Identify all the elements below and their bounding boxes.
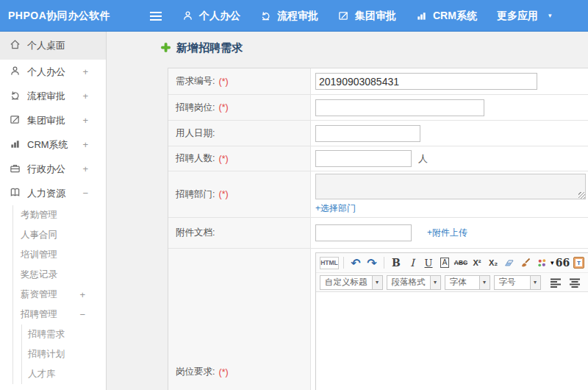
sidebar-item-hr-contracts[interactable]: 人事合同 [13, 225, 106, 245]
format-brush-icon[interactable] [518, 255, 533, 270]
sidebar-item-label: 个人桌面 [27, 39, 65, 52]
menu-toggle-icon[interactable] [150, 12, 162, 13]
sidebar-item-group-approval[interactable]: 集团审批 + [0, 108, 106, 132]
sidebar-item-training[interactable]: 培训管理 [13, 245, 106, 265]
html-source-button[interactable]: HTML [320, 257, 339, 269]
sidebar-item-recruitment[interactable]: 招聘管理 − [13, 305, 106, 325]
expand-plus-icon[interactable]: + [82, 91, 88, 102]
toolbar-separator [384, 257, 384, 269]
history-arrow-icon [10, 90, 21, 103]
chevron-down-icon[interactable]: ▾ [551, 260, 554, 266]
required-mark: (*) [218, 77, 228, 87]
paste-icon[interactable]: T [572, 255, 587, 270]
expand-plus-icon[interactable]: + [82, 115, 88, 126]
rich-text-editor: HTML ↶ ↷ B I U A ABC X² [315, 252, 588, 390]
top-nav: 个人办公 流程审批 集团审批 [182, 0, 551, 32]
autotypeset-button[interactable]: A [437, 255, 452, 270]
collapse-minus-icon[interactable]: − [82, 188, 88, 199]
sidebar-item-label: CRM系统 [27, 138, 68, 152]
expand-plus-icon[interactable]: + [82, 163, 88, 174]
headcount-input[interactable] [315, 150, 412, 167]
scrawl-color-icon[interactable] [534, 255, 549, 270]
sidebar-item-admin-office[interactable]: 行政办公 + [0, 157, 106, 181]
sidebar-item-recruit-plan[interactable]: 招聘计划 [22, 344, 106, 364]
sidebar-item-label: 招聘计划 [28, 348, 65, 361]
sidebar-item-recruit-request[interactable]: 招聘需求 [22, 325, 106, 344]
expand-plus-icon[interactable]: + [82, 139, 88, 150]
collapse-minus-icon[interactable]: − [79, 309, 85, 320]
underline-button[interactable]: U [421, 255, 436, 270]
strikethrough-button[interactable]: ABC [453, 255, 468, 270]
top-nav-label: 集团审批 [355, 10, 396, 23]
plus-icon [160, 42, 171, 55]
select-department-link[interactable]: +选择部门 [315, 202, 356, 215]
redo-icon[interactable]: ↷ [365, 255, 379, 270]
label-text: 招聘岗位: [176, 102, 215, 114]
sidebar-item-label: 招聘需求 [28, 328, 65, 341]
autotypeset-glyph: A [440, 258, 450, 268]
department-textarea[interactable] [315, 174, 586, 199]
dropdown-label: 字号 [495, 277, 530, 288]
user-icon [10, 65, 21, 79]
field-label: 岗位要求: (*) [168, 249, 311, 390]
top-nav-group-approval[interactable]: 集团审批 [338, 10, 396, 23]
topbar: PHPOA协同办公软件 个人办公 流程审批 [0, 0, 588, 32]
sidebar-item-personal-desktop[interactable]: 个人桌面 [0, 32, 106, 60]
sidebar-item-rewards[interactable]: 奖惩记录 [13, 265, 106, 285]
top-nav-workflow-approval[interactable]: 流程审批 [260, 10, 318, 23]
attachment-upload-link[interactable]: +附件上传 [427, 227, 467, 239]
top-nav-crm[interactable]: CRM系统 [416, 10, 477, 23]
font-size-dropdown[interactable]: 字号 ▾ [494, 275, 541, 290]
dropdown-label: 字体 [445, 277, 479, 288]
main-content: 新增招聘需求 需求编号: (*) 招聘岗位: (*) [107, 32, 588, 390]
clipboard-glyph: T [573, 257, 584, 269]
request-no-input[interactable] [315, 73, 537, 90]
align-left-icon[interactable] [548, 275, 563, 290]
sidebar-item-label: 个人办公 [27, 65, 65, 79]
position-input[interactable] [315, 99, 484, 116]
bar-chart-icon [10, 138, 21, 152]
page-title: 新增招聘需求 [160, 41, 243, 55]
label-text: 岗位要求: [176, 366, 215, 378]
custom-title-dropdown[interactable]: 自定义标题 ▾ [320, 275, 383, 290]
superscript-button[interactable]: X² [470, 255, 484, 270]
align-center-icon[interactable] [567, 275, 582, 290]
sidebar-item-workflow-approval[interactable]: 流程审批 + [0, 84, 106, 108]
form-row-job-requirements: 岗位要求: (*) HTML ↶ ↷ B I U [168, 249, 588, 390]
expand-plus-icon[interactable]: + [79, 289, 85, 300]
undo-icon[interactable]: ↶ [348, 255, 363, 270]
form-row-hire-date: 用人日期: [168, 121, 588, 146]
resize-grip-icon[interactable] [578, 192, 585, 199]
top-nav-more-apps[interactable]: 更多应用 ▾ [497, 10, 552, 23]
sidebar-item-personal-office[interactable]: 个人办公 + [0, 60, 106, 84]
recruitment-form: 需求编号: (*) 招聘岗位: (*) 用人日期: [168, 68, 588, 390]
sidebar-item-human-resources[interactable]: 人力资源 − [0, 181, 106, 205]
required-mark: (*) [218, 367, 228, 377]
eraser-icon[interactable] [502, 255, 517, 270]
subscript-button[interactable]: X₂ [486, 255, 501, 270]
field-label: 附件文档: [168, 218, 311, 248]
sidebar-item-talent-pool[interactable]: 人才库 [22, 364, 106, 384]
sidebar-item-label: 人力资源 [27, 187, 65, 200]
sidebar-item-label: 行政办公 [27, 163, 65, 176]
italic-button[interactable]: I [405, 255, 420, 270]
blockquote-button[interactable]: 66 [556, 255, 570, 270]
label-text: 需求编号: [176, 75, 215, 88]
expand-plus-icon[interactable]: + [82, 66, 88, 77]
bold-button[interactable]: B [389, 255, 404, 270]
font-family-dropdown[interactable]: 字体 ▾ [445, 275, 490, 290]
attachment-input[interactable] [315, 224, 412, 241]
sidebar-item-salary[interactable]: 薪资管理 + [13, 285, 106, 305]
sidebar-item-attendance[interactable]: 考勤管理 [13, 205, 106, 225]
top-nav-personal-office[interactable]: 个人办公 [182, 10, 240, 23]
field-label: 需求编号: (*) [168, 68, 311, 94]
form-row-headcount: 招聘人数: (*) 人 [168, 146, 588, 171]
sidebar-item-crm[interactable]: CRM系统 + [0, 132, 106, 157]
hire-date-input[interactable] [315, 125, 420, 142]
label-text: 招聘部门: [176, 188, 215, 201]
hr-submenu: 考勤管理 人事合同 培训管理 奖惩记录 薪资管理 + 招聘管理 − 招聘需求 [12, 205, 106, 384]
editor-content-area[interactable] [316, 292, 588, 390]
chevron-down-icon: ▾ [548, 13, 552, 19]
paragraph-format-dropdown[interactable]: 段落格式 ▾ [387, 275, 441, 290]
home-icon [10, 39, 21, 52]
